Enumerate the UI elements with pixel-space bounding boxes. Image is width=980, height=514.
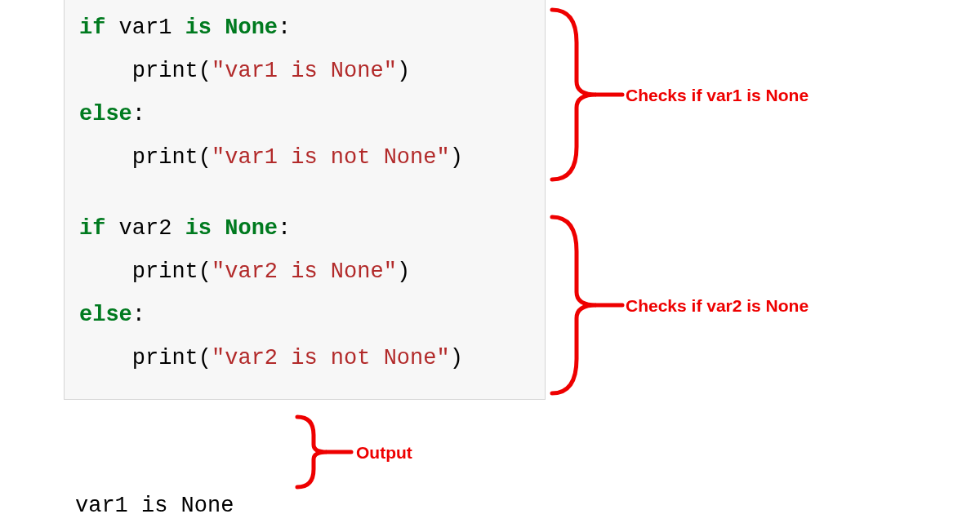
code-line: print("var2 is not None") [79,337,545,380]
space [212,16,225,40]
code-cell: if var1 is None: print("var1 is None") e… [64,0,546,400]
blank-line [79,179,545,207]
code-line: print("var1 is not None") [79,136,545,179]
call-open: print( [79,145,212,170]
code-line: if var1 is None: [79,7,545,50]
keyword-none: None [225,16,278,40]
identifier: var1 [105,16,185,40]
string-literal: "var1 is None" [212,59,397,83]
colon: : [132,102,145,126]
colon: : [132,303,145,327]
colon: : [278,216,291,241]
brace-icon [549,5,622,184]
annotation-block2: Checks if var2 is None [626,296,808,316]
call-close: ) [397,259,410,284]
space [212,216,225,241]
call-close: ) [397,59,410,83]
keyword-else: else [79,102,132,126]
brace-icon [294,412,351,492]
keyword-if: if [79,16,105,40]
keyword-is: is [185,216,212,241]
keyword-none: None [225,216,278,241]
string-literal: "var2 is not None" [212,346,450,370]
code-line: print("var1 is None") [79,50,545,93]
code-line: print("var2 is None") [79,250,545,294]
output-line: var1 is None [75,488,287,514]
code-line: if var2 is None: [79,207,545,250]
code-line: else: [79,93,545,136]
output-block: var1 is None var2 is not None [75,416,287,514]
string-literal: "var1 is not None" [212,145,450,170]
keyword-else: else [79,303,132,327]
annotation-block1: Checks if var1 is None [626,86,808,105]
identifier: var2 [105,216,185,241]
call-open: print( [79,59,212,83]
keyword-if: if [79,216,105,241]
annotation-output: Output [356,443,412,463]
string-literal: "var2 is None" [212,259,397,284]
keyword-is: is [185,16,212,40]
colon: : [278,16,291,40]
call-close: ) [450,145,463,170]
brace-icon [549,212,622,398]
call-open: print( [79,346,212,370]
call-close: ) [450,346,463,370]
code-line: else: [79,294,545,337]
call-open: print( [79,259,212,284]
